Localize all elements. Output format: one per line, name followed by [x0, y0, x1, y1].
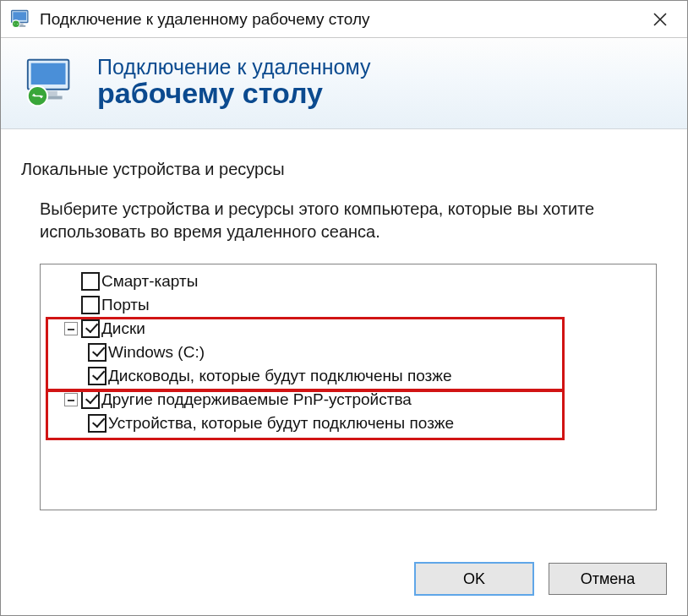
tree-row: Порты	[41, 293, 656, 317]
expander-placeholder	[64, 298, 78, 312]
svg-rect-1	[13, 12, 26, 20]
window-title: Подключение к удаленному рабочему столу	[40, 10, 636, 29]
tree-label[interactable]: Windows (C:)	[108, 341, 205, 364]
section-title: Локальные устройства и ресурсы	[21, 160, 667, 179]
titlebar: Подключение к удаленному рабочему столу	[1, 1, 687, 38]
expand-minus-icon[interactable]	[64, 393, 78, 406]
button-row: OK Отмена	[415, 563, 667, 595]
cancel-button[interactable]: Отмена	[549, 563, 667, 595]
tree-label[interactable]: Дисководы, которые будут подключены позж…	[108, 364, 452, 388]
banner-line1: Подключение к удаленному	[97, 57, 371, 78]
checkbox[interactable]	[88, 343, 106, 362]
dialog-window: Подключение к удаленному рабочему столу …	[0, 0, 688, 616]
svg-point-4	[13, 19, 20, 27]
checkbox[interactable]	[81, 272, 100, 291]
svg-rect-6	[31, 63, 66, 84]
checkbox[interactable]	[88, 367, 106, 385]
tree-row: Смарт-карты	[41, 270, 656, 293]
rdp-large-icon	[23, 55, 80, 112]
close-icon	[653, 12, 668, 27]
tree-label[interactable]: Устройства, которые будут подключены поз…	[108, 412, 454, 435]
cancel-button-label: Отмена	[581, 570, 636, 588]
checkbox[interactable]	[81, 390, 100, 409]
expand-minus-icon[interactable]	[64, 322, 78, 335]
banner-line2: рабочему столу	[97, 78, 371, 109]
tree-row: Другие поддерживаемые PnP-устройства	[41, 388, 656, 412]
tree-label[interactable]: Порты	[101, 293, 150, 317]
banner: Подключение к удаленному рабочему столу	[1, 38, 687, 129]
tree-row: Дисководы, которые будут подключены позж…	[41, 364, 656, 388]
tree-row: Диски	[41, 317, 656, 341]
tree-row: Windows (C:)	[41, 341, 656, 364]
tree-label[interactable]: Другие поддерживаемые PnP-устройства	[101, 388, 412, 412]
rdp-icon	[9, 8, 33, 31]
checkbox[interactable]	[81, 319, 100, 338]
expander-placeholder	[64, 275, 78, 288]
checkbox[interactable]	[81, 296, 100, 314]
ok-button[interactable]: OK	[415, 563, 533, 595]
ok-button-label: OK	[463, 570, 485, 588]
tree-label[interactable]: Смарт-карты	[101, 270, 198, 293]
checkbox[interactable]	[88, 414, 106, 433]
instruction-text: Выберите устройства и ресурсы этого комп…	[40, 198, 631, 243]
close-button[interactable]	[636, 1, 684, 38]
tree-row: Устройства, которые будут подключены поз…	[41, 412, 656, 435]
tree-label[interactable]: Диски	[101, 317, 145, 341]
content-area: Локальные устройства и ресурсы Выберите …	[1, 129, 687, 510]
banner-text: Подключение к удаленному рабочему столу	[97, 57, 371, 109]
device-tree: Смарт-картыПортыДискиWindows (C:)Дисково…	[40, 264, 657, 510]
